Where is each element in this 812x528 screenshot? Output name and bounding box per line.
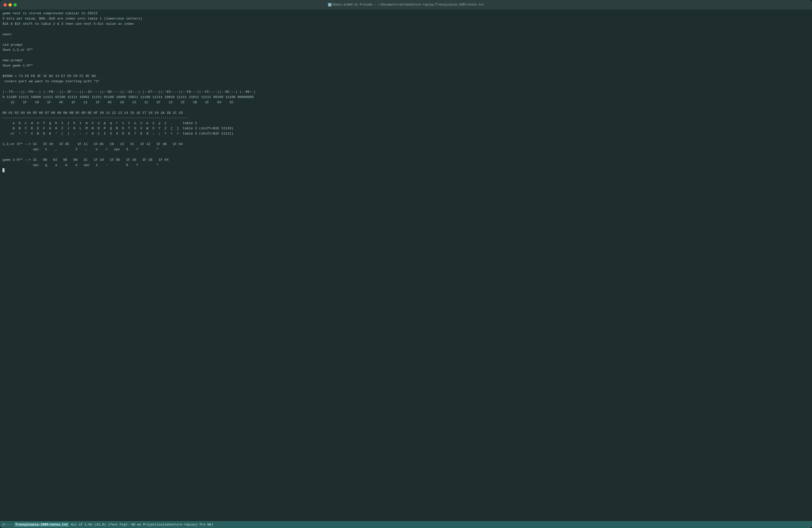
status-info: All of 1.6k (31,0) (Text FlyC- WS ws Pro… xyxy=(71,523,214,527)
title-bar: e Emacs-arm64-11 Prelude – ~/Documents/a… xyxy=(0,0,812,10)
editor-area[interactable]: game text is stored compressed similar t… xyxy=(0,10,812,521)
traffic-lights xyxy=(3,3,17,6)
status-mode: U:--- xyxy=(2,523,12,527)
minimize-button[interactable] xyxy=(9,3,12,6)
close-button[interactable] xyxy=(3,3,7,6)
window-frame: e Emacs-arm64-11 Prelude – ~/Documents/a… xyxy=(0,0,812,528)
emacs-icon: e xyxy=(328,3,332,6)
status-filename: Transylvania-1985/notes.txt xyxy=(14,523,69,527)
maximize-button[interactable] xyxy=(14,3,17,6)
status-bar: U:--- Transylvania-1985/notes.txt All of… xyxy=(0,521,812,528)
window-title: e Emacs-arm64-11 Prelude – ~/Documents/a… xyxy=(328,3,484,6)
editor-content: game text is stored compressed similar t… xyxy=(2,11,810,173)
